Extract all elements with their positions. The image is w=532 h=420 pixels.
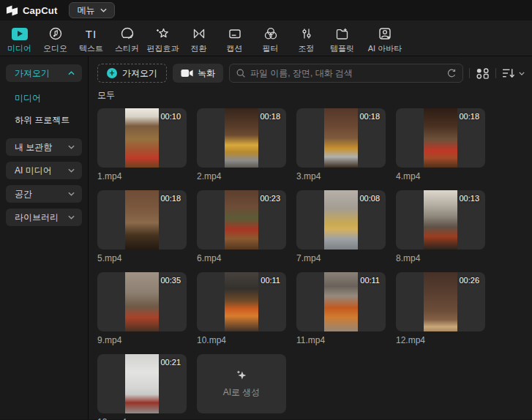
ai-avatar-icon bbox=[378, 26, 392, 42]
tab-label: 조정 bbox=[299, 43, 315, 54]
sidebar-group-label: 가져오기 bbox=[15, 67, 50, 80]
record-button-label: 녹화 bbox=[198, 67, 215, 80]
duration-badge: 00:23 bbox=[260, 194, 280, 203]
tab-adjust[interactable]: 조정 bbox=[288, 25, 324, 54]
sidebar-group-space[interactable]: 공간 bbox=[6, 185, 82, 203]
chevron-down-icon bbox=[68, 215, 75, 220]
duration-badge: 00:18 bbox=[160, 194, 181, 203]
record-button[interactable]: 녹화 bbox=[173, 64, 223, 83]
duration-badge: 00:11 bbox=[360, 276, 380, 285]
tab-ai-avatar[interactable]: AI 아바타 bbox=[360, 25, 410, 54]
tab-sticker[interactable]: 스티커 bbox=[109, 25, 145, 54]
duration-badge: 00:18 bbox=[260, 112, 280, 121]
media-item-13[interactable]: 00:21 13.mp4 bbox=[97, 354, 187, 420]
refresh-icon[interactable] bbox=[446, 68, 457, 78]
media-item-3[interactable]: 00:18 3.mp4 bbox=[296, 108, 386, 181]
file-name: 11.mp4 bbox=[296, 335, 386, 345]
duration-badge: 00:10 bbox=[160, 112, 181, 121]
chevron-down-icon bbox=[68, 145, 75, 149]
duration-badge: 00:08 bbox=[359, 194, 380, 203]
audio-icon bbox=[48, 26, 63, 42]
search-bar[interactable] bbox=[229, 64, 463, 83]
video-thumbnail bbox=[324, 272, 358, 331]
media-item-11[interactable]: 00:11 11.mp4 bbox=[296, 272, 386, 345]
sidebar-group-label: 내 보관함 bbox=[15, 141, 52, 154]
media-item-4[interactable]: 00:18 4.mp4 bbox=[396, 108, 485, 181]
video-thumbnail bbox=[225, 272, 258, 331]
import-button[interactable]: + 가져오기 bbox=[97, 64, 167, 83]
media-item-6[interactable]: 00:23 6.mp4 bbox=[197, 190, 286, 263]
tab-audio[interactable]: 오디오 bbox=[37, 25, 73, 54]
sidebar-group-import[interactable]: 가져오기 bbox=[6, 64, 82, 82]
tab-label: AI 아바타 bbox=[368, 43, 402, 54]
file-name: 13.mp4 bbox=[97, 417, 187, 420]
tab-label: 캡션 bbox=[227, 43, 243, 54]
video-thumbnail bbox=[125, 190, 159, 250]
sidebar-group-my-storage[interactable]: 내 보관함 bbox=[6, 138, 82, 156]
duration-badge: 00:11 bbox=[261, 276, 280, 285]
feature-tab-bar: 미디어 오디오 TI 텍스트 스티커 편집효과 전환 캡션 bbox=[0, 20, 532, 56]
file-name: 8.mp4 bbox=[396, 253, 485, 263]
tab-effects[interactable]: 편집효과 bbox=[145, 25, 181, 54]
media-item-7[interactable]: 00:08 7.mp4 bbox=[296, 190, 386, 263]
tab-label: 필터 bbox=[263, 43, 279, 54]
tab-label: 전환 bbox=[191, 43, 207, 54]
tab-filter[interactable]: 필터 bbox=[252, 25, 288, 54]
media-item-9[interactable]: 00:35 9.mp4 bbox=[97, 272, 187, 345]
tab-caption[interactable]: 캡션 bbox=[217, 25, 252, 54]
sidebar-group-library[interactable]: 라이브러리 bbox=[6, 209, 82, 226]
video-thumbnail bbox=[424, 190, 457, 250]
top-bar: CapCut 메뉴 bbox=[0, 0, 532, 20]
video-thumbnail bbox=[324, 190, 358, 250]
grid-view-icon bbox=[476, 67, 490, 80]
template-icon bbox=[334, 26, 350, 42]
file-name: 2.mp4 bbox=[197, 171, 286, 181]
sidebar-item-media[interactable]: 미디어 bbox=[0, 92, 88, 105]
tab-label: 텍스트 bbox=[79, 43, 103, 54]
video-thumbnail bbox=[424, 108, 457, 168]
file-name: 10.mp4 bbox=[197, 335, 286, 345]
view-mode-button[interactable] bbox=[476, 67, 490, 80]
chevron-down-icon bbox=[519, 72, 525, 75]
media-item-10[interactable]: 00:11 10.mp4 bbox=[197, 272, 286, 345]
sticker-icon bbox=[120, 26, 135, 42]
video-thumbnail bbox=[225, 108, 258, 168]
media-icon bbox=[12, 26, 28, 42]
text-icon: TI bbox=[86, 26, 97, 42]
video-thumbnail bbox=[324, 108, 358, 168]
menu-button[interactable]: 메뉴 bbox=[69, 2, 115, 18]
file-name: 1.mp4 bbox=[97, 171, 187, 181]
media-item-2[interactable]: 00:18 2.mp4 bbox=[197, 108, 286, 181]
camera-icon bbox=[181, 69, 193, 78]
tab-media[interactable]: 미디어 bbox=[1, 25, 37, 54]
file-name: 6.mp4 bbox=[197, 253, 286, 263]
ai-generate-card[interactable]: AI로 생성 bbox=[197, 354, 286, 420]
video-thumbnail bbox=[125, 354, 159, 413]
sidebar-item-sub-project[interactable]: 하위 프로젝트 bbox=[0, 114, 88, 127]
media-item-8[interactable]: 00:13 8.mp4 bbox=[396, 190, 485, 263]
import-button-label: 가져오기 bbox=[122, 67, 157, 80]
capcut-logo-icon bbox=[6, 4, 18, 17]
media-item-1[interactable]: 00:10 1.mp4 bbox=[97, 108, 187, 181]
effects-icon bbox=[155, 26, 171, 42]
file-name: 9.mp4 bbox=[97, 335, 187, 345]
divider bbox=[469, 68, 470, 78]
search-input[interactable] bbox=[250, 68, 442, 78]
tab-text[interactable]: TI 텍스트 bbox=[73, 25, 109, 54]
ai-generate-label: AI로 생성 bbox=[223, 386, 261, 399]
sort-button[interactable] bbox=[502, 67, 525, 79]
filter-all-label[interactable]: 모두 bbox=[97, 89, 525, 102]
sidebar-group-label: 공간 bbox=[15, 188, 32, 200]
file-name: 3.mp4 bbox=[296, 171, 386, 181]
media-item-5[interactable]: 00:18 5.mp4 bbox=[97, 190, 187, 263]
sidebar-group-ai-media[interactable]: AI 미디어 bbox=[6, 162, 82, 179]
file-name: 5.mp4 bbox=[97, 253, 187, 263]
media-panel: + 가져오기 녹화 bbox=[89, 56, 532, 419]
chevron-down-icon bbox=[68, 192, 75, 196]
tab-label: 스티커 bbox=[115, 43, 139, 54]
sidebar-group-label: 라이브러리 bbox=[15, 211, 59, 224]
tab-label: 편집효과 bbox=[147, 43, 179, 54]
tab-template[interactable]: 템플릿 bbox=[324, 25, 360, 54]
tab-transition[interactable]: 전환 bbox=[181, 25, 217, 54]
media-item-12[interactable]: 00:26 12.mp4 bbox=[396, 272, 485, 345]
